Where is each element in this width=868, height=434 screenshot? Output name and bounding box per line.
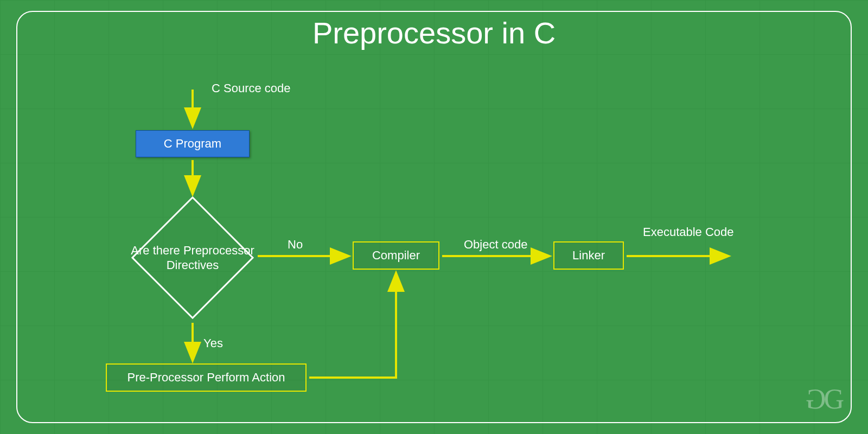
diagram-title: Preprocessor in C [0, 15, 868, 50]
logo-g-flipped-icon: G [809, 383, 826, 415]
executable-code-label: Executable Code [643, 225, 730, 239]
object-code-label: Object code [464, 238, 527, 252]
yes-label: Yes [203, 336, 223, 350]
c-program-box: C Program [136, 130, 250, 157]
preprocessor-action-box: Pre-Processor Perform Action [106, 363, 307, 392]
decision-diamond: Are there Preprocessor Directives [130, 195, 255, 320]
watermark-logo: GG [809, 383, 841, 415]
no-label: No [288, 238, 303, 252]
linker-box: Linker [553, 241, 624, 270]
compiler-box: Compiler [353, 241, 439, 270]
logo-g-icon: G [824, 384, 841, 414]
decision-text: Are there Preprocessor Directives [130, 243, 255, 273]
source-code-label: C Source code [212, 81, 291, 95]
